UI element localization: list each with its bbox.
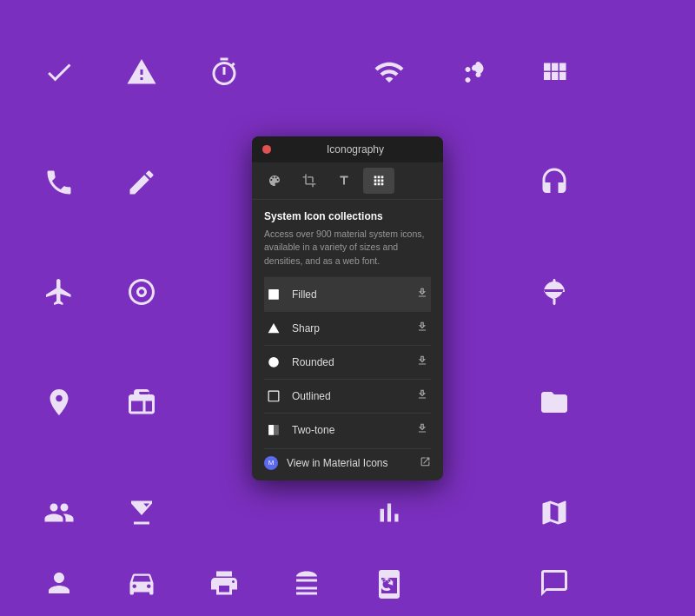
phone-icon [17, 128, 100, 238]
view-material-label: View in Material Icons [287, 457, 420, 469]
target-icon [100, 237, 182, 348]
list-item-outlined[interactable]: Outlined [264, 379, 431, 413]
chat-icon [513, 567, 595, 599]
headphone-icon [513, 128, 595, 238]
sharp-download-icon[interactable] [414, 321, 431, 335]
triangle-icon [100, 17, 182, 128]
burger-icon [265, 567, 348, 599]
two-tone-download-icon[interactable] [414, 422, 431, 437]
apps-tab[interactable] [363, 167, 394, 193]
empty-bg18 [595, 457, 678, 567]
material-brand-icon: M [264, 456, 278, 470]
people-icon [17, 457, 100, 567]
empty-bg1 [265, 17, 348, 128]
check-icon [17, 17, 100, 128]
empty-bg10 [595, 237, 678, 348]
empty-bg20 [595, 567, 678, 599]
modal-toolbar [252, 162, 443, 199]
modal-body: System Icon collections Access over 900 … [252, 199, 443, 480]
list-item-two-tone[interactable]: Two-tone [264, 413, 431, 447]
svg-point-1 [268, 357, 279, 368]
printer-icon [182, 567, 265, 599]
rounded-download-icon[interactable] [414, 354, 431, 369]
sharp-label: Sharp [292, 322, 414, 334]
list-item-sharp[interactable]: Sharp [264, 311, 431, 345]
rounded-label: Rounded [292, 356, 414, 368]
person-icon [17, 567, 100, 599]
pencil-icon [100, 128, 182, 238]
empty-bg14 [595, 348, 678, 458]
pin-icon [17, 348, 100, 458]
view-material-link[interactable]: M View in Material Icons [264, 448, 431, 474]
outlined-icon [264, 387, 283, 406]
wifi-icon [348, 17, 430, 128]
svg-rect-0 [268, 289, 279, 300]
external-link-icon [420, 456, 431, 470]
close-button[interactable] [262, 144, 271, 153]
modal-titlebar: Iconography [252, 136, 443, 162]
outlined-download-icon[interactable] [414, 388, 431, 403]
rounded-icon [264, 353, 283, 372]
section-title: System Icon collections [264, 209, 431, 222]
empty-bg2 [595, 17, 678, 128]
briefcase-icon [100, 348, 182, 458]
filled-icon [264, 285, 283, 304]
folder-icon [513, 348, 595, 458]
map-icon [513, 457, 595, 567]
empty-bg6 [595, 128, 678, 238]
filled-label: Filled [292, 288, 414, 301]
list-item-rounded[interactable]: Rounded [264, 345, 431, 379]
modal-title: Iconography [278, 142, 433, 155]
filled-download-icon[interactable] [414, 287, 431, 301]
list-item-filled[interactable]: Filled [264, 277, 431, 311]
cocktail-icon [100, 457, 182, 567]
text-tab[interactable] [328, 167, 360, 193]
empty-bg19 [430, 567, 513, 599]
two-tone-icon [264, 421, 283, 440]
grid-icon-bg [513, 17, 595, 128]
outlined-label: Outlined [292, 390, 414, 402]
iconography-modal: Iconography System Icon collections Acce [252, 136, 443, 480]
svg-rect-2 [268, 391, 279, 401]
palette-tab[interactable] [259, 167, 290, 193]
section-desc: Access over 900 material system icons, a… [264, 227, 431, 268]
two-tone-label: Two-tone [292, 424, 414, 436]
timer-icon [182, 17, 265, 128]
crop-tab[interactable] [294, 167, 325, 193]
washer-icon [348, 567, 430, 599]
wave-icon [430, 17, 513, 128]
car-icon [100, 567, 182, 599]
plane-icon [17, 237, 100, 348]
sharp-icon [264, 319, 283, 338]
umbrella-icon [513, 237, 595, 348]
icon-list: Filled Sharp Rounded [264, 277, 431, 447]
